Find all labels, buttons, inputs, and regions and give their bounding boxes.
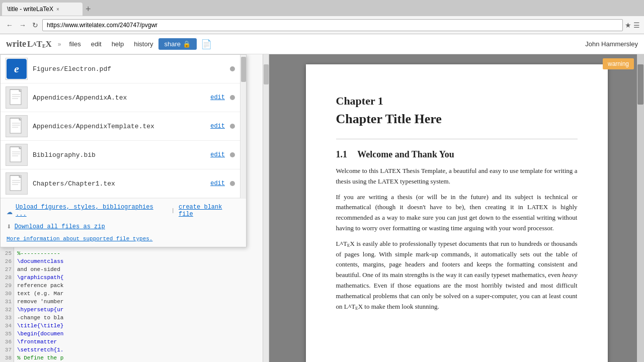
file-name: Figures/Electron.pdf [33, 65, 225, 73]
back-button[interactable]: ← [4, 20, 15, 30]
file-thumbnail [6, 115, 28, 137]
file-name: Appendices/AppendixTemplate.tex [33, 123, 205, 130]
code-line: \frontmatter [17, 338, 260, 346]
code-line: and one-sided [17, 265, 260, 274]
menu-icon: ☰ [633, 21, 640, 29]
file-item[interactable]: Chapters/Chapter1.texedit [1, 169, 240, 198]
share-label: share [165, 40, 181, 48]
chapter-number: Chapter 1 [336, 95, 578, 108]
file-status-dot [230, 66, 235, 71]
pdf-preview: warning Chapter 1 Chapter Title Here 1.1… [269, 54, 644, 362]
share-button[interactable]: share 🔒 [158, 38, 197, 50]
star-icon: ★ [625, 21, 631, 29]
menu-history[interactable]: history [129, 38, 158, 50]
code-line: \title{\title} [17, 322, 260, 330]
upload-link[interactable]: Upload figures, styles, bibliographies .… [16, 204, 167, 218]
file-name: Bibliography.bib [33, 151, 205, 159]
file-list-scrollbar[interactable] [240, 55, 246, 198]
file-edit-link[interactable]: edit [210, 151, 225, 158]
code-line: -change to bla [17, 314, 260, 322]
file-edit-link[interactable]: edit [210, 94, 225, 101]
code-editor: 1234567891011121314151617181920212223242… [0, 54, 269, 362]
menu-bar: files edit help history share 🔒 📄 [64, 38, 586, 50]
warning-badge: warning [603, 58, 634, 69]
code-line: text (e.g. Mar [17, 290, 260, 298]
file-item[interactable]: Appendices/AppendixA.texedit [1, 83, 240, 112]
doc-icon [9, 88, 24, 107]
file-edit-link[interactable]: edit [210, 123, 225, 130]
paragraph-1: Welcome to this LATEX Thesis Template, a… [336, 166, 578, 187]
code-line: \documentclass [17, 257, 260, 265]
paragraph-3: LATEX is easily able to professionally t… [336, 239, 578, 312]
code-line: reference pack [17, 282, 260, 290]
file-list-container: eFigures/Electron.pdfAppendices/Appendix… [1, 55, 246, 198]
user-name: John Hammersley [585, 40, 638, 48]
logo: write LATEX [6, 39, 52, 49]
pdf-scrollbar[interactable] [637, 54, 644, 362]
new-tab-button[interactable]: + [83, 4, 94, 15]
code-line: \setstretch{1. [17, 346, 260, 354]
code-line: \graphicspath{ [17, 274, 260, 282]
file-thumbnail: e [6, 58, 28, 80]
file-panel: eFigures/Electron.pdfAppendices/Appendix… [0, 54, 247, 247]
menu-help[interactable]: help [107, 38, 129, 50]
pdf-page: Chapter 1 Chapter Title Here 1.1 Welcome… [306, 64, 608, 362]
file-thumbnail [6, 86, 28, 109]
file-name: Chapters/Chapter1.tex [33, 180, 205, 188]
download-link[interactable]: Download all files as zip [15, 223, 105, 230]
address-bar: ← → ↻ ★ ☰ [0, 16, 644, 34]
active-tab[interactable]: \title - writeLaTeX × [2, 3, 83, 16]
file-item[interactable]: eFigures/Electron.pdf [1, 55, 240, 83]
section-title-text: Welcome and Thank You [357, 149, 454, 159]
refresh-button[interactable]: ↻ [30, 20, 40, 30]
doc-icon [9, 146, 24, 164]
file-item[interactable]: Appendices/AppendixTemplate.texedit [1, 112, 240, 141]
paragraph-2: If you are writing a thesis (or will be … [336, 192, 578, 234]
forward-button[interactable]: → [17, 20, 28, 30]
section-number: 1.1 [336, 149, 348, 159]
tab-bar: \title - writeLaTeX × + [0, 0, 644, 16]
doc-icon [9, 174, 24, 193]
logo-latex: LATEX [27, 39, 52, 49]
file-status-dot [230, 152, 235, 157]
file-list-scroll-thumb [241, 57, 246, 82]
file-thumbnail [6, 172, 28, 195]
file-item[interactable]: Bibliography.bibedit [1, 141, 240, 169]
electron-icon: e [7, 59, 27, 79]
upload-cloud-icon: ☁ [7, 205, 13, 217]
pdf-icon[interactable]: 📄 [201, 39, 212, 50]
upload-row: ☁ Upload figures, styles, bibliographies… [7, 204, 240, 218]
logo-write: write [6, 39, 26, 49]
main-layout: 1234567891011121314151617181920212223242… [0, 54, 644, 362]
download-row: ⬇ Download all files as zip [7, 222, 240, 232]
code-line: remove 'number [17, 298, 260, 306]
section-title: 1.1 Welcome and Thank You [336, 149, 578, 160]
create-blank-link[interactable]: create blank file [179, 204, 240, 218]
menu-files[interactable]: files [64, 38, 86, 50]
code-scrollbar[interactable] [263, 54, 269, 362]
code-line: %------------ [17, 249, 260, 257]
file-thumbnail [6, 144, 28, 166]
pdf-scroll-thumb [637, 64, 643, 105]
file-list: eFigures/Electron.pdfAppendices/Appendix… [1, 55, 240, 198]
download-icon: ⬇ [7, 222, 12, 232]
file-status-dot [230, 124, 235, 129]
doc-icon [9, 117, 24, 135]
tab-title: \title - writeLaTeX [7, 6, 53, 13]
logo-arrow: » [58, 41, 61, 48]
file-actions: ☁ Upload figures, styles, bibliographies… [1, 198, 246, 247]
file-edit-link[interactable]: edit [210, 180, 225, 187]
file-name: Appendices/AppendixA.tex [33, 94, 205, 102]
address-input[interactable] [42, 19, 623, 31]
file-status-dot [230, 181, 235, 186]
separator: | [171, 208, 175, 214]
code-line: \hypersetup{ur [17, 306, 260, 314]
chapter-title: Chapter Title Here [336, 112, 578, 127]
share-lock-icon: 🔒 [183, 40, 191, 48]
tab-close-button[interactable]: × [56, 7, 59, 12]
menu-edit[interactable]: edit [86, 38, 107, 50]
file-status-dot [230, 95, 235, 100]
code-scroll-thumb [264, 64, 269, 84]
more-info-link[interactable]: More information about supported file ty… [7, 236, 240, 242]
code-line: % Define the p [17, 354, 260, 362]
